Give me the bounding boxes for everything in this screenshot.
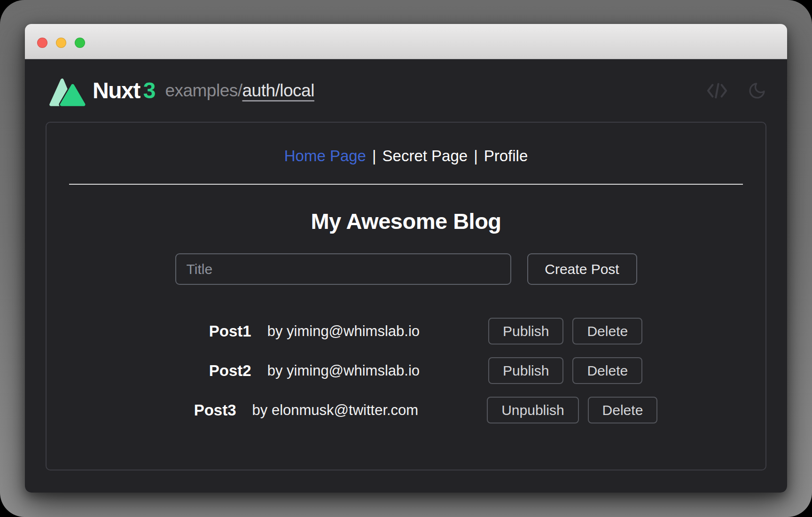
traffic-lights — [37, 38, 85, 48]
brand-name: Nuxt — [93, 78, 140, 103]
app-header: Nuxt 3 examples/auth/local — [25, 59, 787, 122]
maximize-button[interactable] — [75, 38, 85, 48]
nuxt-mountains-icon — [46, 76, 86, 107]
publish-button[interactable]: Publish — [488, 318, 563, 345]
publish-button[interactable]: Publish — [488, 357, 563, 384]
brand-version: 3 — [143, 78, 156, 103]
code-icon[interactable] — [706, 83, 728, 99]
header-icons — [706, 81, 766, 100]
unpublish-button[interactable]: Unpublish — [487, 397, 578, 423]
brand-group: Nuxt 3 examples/auth/local — [46, 74, 314, 107]
nav-link-home[interactable]: Home Page — [284, 147, 366, 165]
post-row: Post2 by yiming@whimslab.io Publish Dele… — [86, 357, 765, 384]
post-actions: Publish Delete — [488, 318, 642, 345]
nav-link-secret[interactable]: Secret Page — [383, 147, 468, 165]
delete-button[interactable]: Delete — [572, 357, 642, 384]
content-panel: Home Page | Secret Page | Profile My Awe… — [46, 122, 766, 470]
post-row: Post3 by elonmusk@twitter.com Unpublish … — [86, 397, 765, 423]
nav-separator: | — [372, 147, 376, 165]
nav-divider — [69, 184, 743, 185]
post-title: Post2 — [209, 362, 251, 380]
posts-list: Post1 by yiming@whimslab.io Publish Dele… — [86, 318, 765, 423]
post-title: Post3 — [194, 401, 236, 419]
delete-button[interactable]: Delete — [588, 397, 658, 423]
post-author: by yiming@whimslab.io — [267, 323, 420, 340]
main-nav: Home Page | Secret Page | Profile — [47, 147, 765, 165]
desktop-background: Nuxt 3 examples/auth/local — [0, 0, 812, 517]
post-actions: Unpublish Delete — [487, 397, 657, 423]
nav-separator: | — [474, 147, 478, 165]
title-input[interactable] — [175, 253, 511, 285]
page-title: My Awesome Blog — [47, 208, 765, 234]
create-post-form: Create Post — [47, 253, 765, 285]
post-author: by yiming@whimslab.io — [267, 362, 420, 379]
moon-icon[interactable] — [748, 81, 766, 100]
close-button[interactable] — [37, 38, 47, 48]
post-title: Post1 — [209, 322, 251, 340]
window-titlebar — [25, 24, 787, 59]
breadcrumb-prefix: examples/ — [165, 81, 242, 100]
post-author: by elonmusk@twitter.com — [252, 402, 419, 419]
create-post-button[interactable]: Create Post — [527, 253, 637, 285]
minimize-button[interactable] — [56, 38, 66, 48]
breadcrumb: examples/auth/local — [165, 81, 314, 101]
post-actions: Publish Delete — [488, 357, 642, 384]
nav-link-profile[interactable]: Profile — [484, 147, 528, 165]
post-row: Post1 by yiming@whimslab.io Publish Dele… — [86, 318, 765, 345]
delete-button[interactable]: Delete — [572, 318, 642, 345]
breadcrumb-link[interactable]: auth/local — [242, 81, 314, 100]
app-window: Nuxt 3 examples/auth/local — [25, 24, 787, 493]
page-body: Nuxt 3 examples/auth/local — [25, 59, 787, 493]
